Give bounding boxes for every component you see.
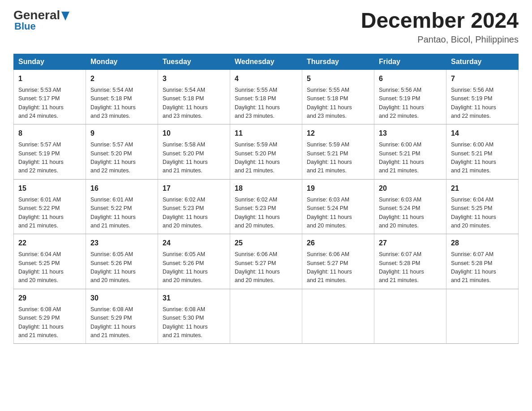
day-number: 26 (307, 238, 369, 248)
calendar-cell (446, 289, 519, 344)
calendar-cell: 6Sunrise: 5:56 AMSunset: 5:19 PMDaylight… (374, 69, 446, 124)
calendar-week-row: 15Sunrise: 6:01 AMSunset: 5:22 PMDayligh… (14, 179, 519, 234)
month-title: December 2024 (361, 9, 519, 33)
calendar-week-row: 22Sunrise: 6:04 AMSunset: 5:25 PMDayligh… (14, 234, 519, 289)
calendar-table: SundayMondayTuesdayWednesdayThursdayFrid… (13, 54, 519, 344)
calendar-cell: 13Sunrise: 6:00 AMSunset: 5:21 PMDayligh… (374, 124, 446, 180)
calendar-cell: 28Sunrise: 6:07 AMSunset: 5:28 PMDayligh… (446, 234, 519, 289)
day-number: 19 (307, 183, 369, 194)
logo: General Blue (13, 9, 69, 32)
day-info: Sunrise: 6:06 AMSunset: 5:27 PMDaylight:… (235, 250, 297, 285)
calendar-cell: 31Sunrise: 6:08 AMSunset: 5:30 PMDayligh… (158, 289, 230, 344)
day-number: 11 (235, 128, 297, 139)
day-info: Sunrise: 6:05 AMSunset: 5:26 PMDaylight:… (163, 250, 225, 285)
calendar-cell: 14Sunrise: 6:00 AMSunset: 5:21 PMDayligh… (446, 124, 519, 180)
calendar-week-row: 8Sunrise: 5:57 AMSunset: 5:19 PMDaylight… (14, 124, 519, 180)
day-number: 17 (163, 183, 225, 194)
day-info: Sunrise: 5:56 AMSunset: 5:19 PMDaylight:… (451, 86, 514, 121)
calendar-week-row: 1Sunrise: 5:53 AMSunset: 5:17 PMDaylight… (14, 69, 519, 124)
day-info: Sunrise: 6:08 AMSunset: 5:29 PMDaylight:… (18, 305, 81, 340)
day-info: Sunrise: 6:06 AMSunset: 5:27 PMDaylight:… (307, 250, 369, 285)
day-number: 7 (451, 73, 514, 84)
page-header: General Blue December 2024 Pantao, Bicol… (13, 9, 519, 45)
day-info: Sunrise: 5:59 AMSunset: 5:21 PMDaylight:… (307, 141, 369, 176)
calendar-cell: 10Sunrise: 5:58 AMSunset: 5:20 PMDayligh… (158, 124, 230, 180)
day-number: 8 (18, 128, 81, 139)
calendar-cell: 20Sunrise: 6:03 AMSunset: 5:24 PMDayligh… (374, 179, 446, 234)
calendar-cell: 23Sunrise: 6:05 AMSunset: 5:26 PMDayligh… (86, 234, 158, 289)
day-info: Sunrise: 6:04 AMSunset: 5:25 PMDaylight:… (451, 196, 514, 231)
svg-marker-0 (61, 12, 69, 21)
calendar-cell: 27Sunrise: 6:07 AMSunset: 5:28 PMDayligh… (374, 234, 446, 289)
title-block: December 2024 Pantao, Bicol, Philippines (361, 9, 519, 45)
calendar-cell: 21Sunrise: 6:04 AMSunset: 5:25 PMDayligh… (446, 179, 519, 234)
day-info: Sunrise: 6:07 AMSunset: 5:28 PMDaylight:… (451, 250, 514, 285)
day-info: Sunrise: 6:00 AMSunset: 5:21 PMDaylight:… (451, 141, 514, 176)
calendar-cell: 15Sunrise: 6:01 AMSunset: 5:22 PMDayligh… (14, 179, 86, 234)
calendar-cell: 7Sunrise: 5:56 AMSunset: 5:19 PMDaylight… (446, 69, 519, 124)
calendar-cell: 16Sunrise: 6:01 AMSunset: 5:22 PMDayligh… (86, 179, 158, 234)
day-number: 27 (379, 238, 442, 248)
day-number: 9 (90, 128, 153, 139)
header-tuesday: Tuesday (158, 54, 230, 69)
calendar-cell: 5Sunrise: 5:55 AMSunset: 5:18 PMDaylight… (302, 69, 374, 124)
calendar-cell: 1Sunrise: 5:53 AMSunset: 5:17 PMDaylight… (14, 69, 86, 124)
day-number: 22 (18, 238, 81, 248)
day-number: 24 (163, 238, 225, 248)
logo-part1: General (13, 9, 69, 21)
day-number: 29 (18, 293, 81, 304)
day-info: Sunrise: 6:01 AMSunset: 5:22 PMDaylight:… (18, 196, 81, 231)
day-info: Sunrise: 6:02 AMSunset: 5:23 PMDaylight:… (163, 196, 225, 231)
day-number: 23 (90, 238, 153, 248)
day-number: 6 (379, 73, 442, 84)
day-info: Sunrise: 5:59 AMSunset: 5:20 PMDaylight:… (235, 141, 297, 176)
day-info: Sunrise: 5:54 AMSunset: 5:18 PMDaylight:… (163, 86, 225, 121)
day-info: Sunrise: 6:00 AMSunset: 5:21 PMDaylight:… (379, 141, 442, 176)
day-number: 5 (307, 73, 369, 84)
day-info: Sunrise: 5:54 AMSunset: 5:18 PMDaylight:… (90, 86, 153, 121)
header-saturday: Saturday (446, 54, 519, 69)
calendar-cell: 3Sunrise: 5:54 AMSunset: 5:18 PMDaylight… (158, 69, 230, 124)
calendar-cell (302, 289, 374, 344)
day-info: Sunrise: 5:56 AMSunset: 5:19 PMDaylight:… (379, 86, 442, 121)
day-info: Sunrise: 6:08 AMSunset: 5:29 PMDaylight:… (90, 305, 153, 340)
calendar-cell: 12Sunrise: 5:59 AMSunset: 5:21 PMDayligh… (302, 124, 374, 180)
day-number: 16 (90, 183, 153, 194)
day-number: 1 (18, 73, 81, 84)
calendar-cell: 17Sunrise: 6:02 AMSunset: 5:23 PMDayligh… (158, 179, 230, 234)
day-number: 21 (451, 183, 514, 194)
day-number: 25 (235, 238, 297, 248)
day-number: 18 (235, 183, 297, 194)
calendar-header-row: SundayMondayTuesdayWednesdayThursdayFrid… (14, 54, 519, 69)
header-friday: Friday (374, 54, 446, 69)
calendar-cell: 11Sunrise: 5:59 AMSunset: 5:20 PMDayligh… (230, 124, 302, 180)
calendar-week-row: 29Sunrise: 6:08 AMSunset: 5:29 PMDayligh… (14, 289, 519, 344)
day-number: 10 (163, 128, 225, 139)
day-info: Sunrise: 5:57 AMSunset: 5:19 PMDaylight:… (18, 141, 81, 176)
calendar-cell: 8Sunrise: 5:57 AMSunset: 5:19 PMDaylight… (14, 124, 86, 180)
day-number: 3 (163, 73, 225, 84)
day-info: Sunrise: 6:08 AMSunset: 5:30 PMDaylight:… (163, 305, 225, 340)
day-number: 30 (90, 293, 153, 304)
logo-part2: Blue (13, 21, 36, 32)
calendar-cell: 4Sunrise: 5:55 AMSunset: 5:18 PMDaylight… (230, 69, 302, 124)
calendar-cell (230, 289, 302, 344)
header-thursday: Thursday (302, 54, 374, 69)
day-info: Sunrise: 6:03 AMSunset: 5:24 PMDaylight:… (307, 196, 369, 231)
calendar-cell: 25Sunrise: 6:06 AMSunset: 5:27 PMDayligh… (230, 234, 302, 289)
calendar-cell: 30Sunrise: 6:08 AMSunset: 5:29 PMDayligh… (86, 289, 158, 344)
calendar-cell: 9Sunrise: 5:57 AMSunset: 5:20 PMDaylight… (86, 124, 158, 180)
day-info: Sunrise: 6:03 AMSunset: 5:24 PMDaylight:… (379, 196, 442, 231)
day-info: Sunrise: 6:04 AMSunset: 5:25 PMDaylight:… (18, 250, 81, 285)
day-number: 28 (451, 238, 514, 248)
header-sunday: Sunday (14, 54, 86, 69)
calendar-cell: 29Sunrise: 6:08 AMSunset: 5:29 PMDayligh… (14, 289, 86, 344)
calendar-cell: 26Sunrise: 6:06 AMSunset: 5:27 PMDayligh… (302, 234, 374, 289)
day-number: 4 (235, 73, 297, 84)
day-number: 31 (163, 293, 225, 304)
day-info: Sunrise: 6:01 AMSunset: 5:22 PMDaylight:… (90, 196, 153, 231)
calendar-cell: 24Sunrise: 6:05 AMSunset: 5:26 PMDayligh… (158, 234, 230, 289)
day-info: Sunrise: 5:55 AMSunset: 5:18 PMDaylight:… (235, 86, 297, 121)
calendar-cell: 22Sunrise: 6:04 AMSunset: 5:25 PMDayligh… (14, 234, 86, 289)
day-info: Sunrise: 5:55 AMSunset: 5:18 PMDaylight:… (307, 86, 369, 121)
